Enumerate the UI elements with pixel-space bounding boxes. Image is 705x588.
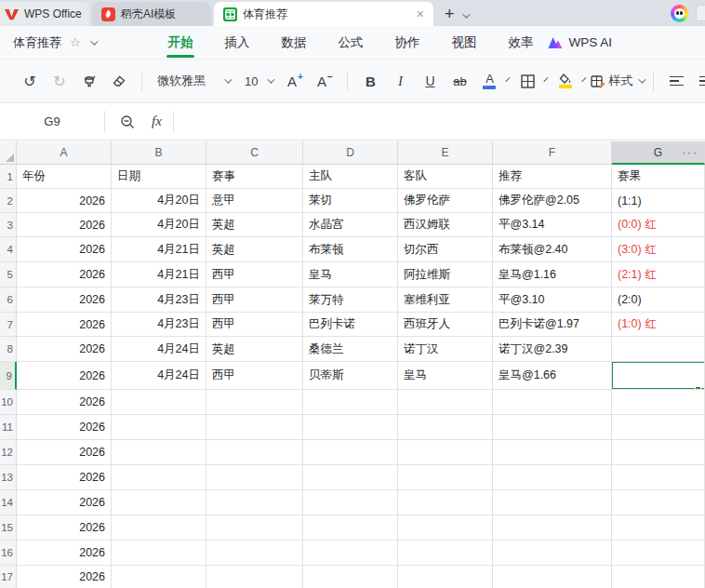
column-header-F[interactable]: F [493, 141, 612, 165]
chevron-down-icon[interactable] [544, 77, 549, 82]
increase-font-button[interactable]: A+ [282, 67, 308, 95]
italic-button[interactable]: I [387, 67, 413, 95]
cell[interactable]: 2026 [17, 362, 112, 390]
cell[interactable]: 巴列卡诺@1.97 [493, 313, 612, 337]
align-left-button[interactable] [663, 67, 689, 95]
row-header-12[interactable]: 12 [0, 440, 17, 465]
cell[interactable]: 2026 [17, 465, 112, 490]
cell[interactable] [112, 515, 206, 541]
cell[interactable]: 日期 [112, 165, 206, 189]
tab-wps-office[interactable]: WPS Office [0, 2, 89, 26]
cell[interactable]: 西甲 [206, 262, 303, 287]
cell[interactable]: 4月20日 [112, 189, 206, 213]
cell[interactable]: 2026 [17, 541, 112, 566]
cell[interactable] [612, 390, 705, 415]
cell[interactable]: 平@3.10 [493, 287, 612, 313]
cell[interactable]: (2:1) 红 [612, 262, 705, 287]
menu-tab-开始[interactable]: 开始 [166, 26, 194, 60]
cell[interactable] [206, 566, 303, 588]
cell[interactable]: 2026 [17, 566, 112, 588]
cell[interactable] [612, 515, 705, 541]
cell[interactable] [493, 415, 612, 440]
cell[interactable] [493, 566, 612, 588]
cell[interactable] [206, 490, 303, 515]
fill-color-button[interactable] [552, 67, 579, 95]
undo-button[interactable]: ↺ [17, 67, 43, 95]
cell[interactable]: 佛罗伦萨 [398, 189, 493, 213]
cell[interactable] [206, 465, 303, 490]
cell[interactable] [493, 465, 612, 490]
chevron-down-icon[interactable] [582, 77, 587, 82]
cell[interactable] [303, 566, 398, 588]
chevron-down-icon[interactable] [506, 77, 511, 82]
cell[interactable]: 皇马@1.16 [493, 262, 612, 287]
cell[interactable]: 塞维利亚 [398, 287, 493, 313]
cell[interactable]: 贝蒂斯 [303, 362, 398, 390]
row-header-4[interactable]: 4 [0, 237, 17, 262]
cell[interactable]: 2026 [17, 213, 112, 237]
row-header-10[interactable]: 10 [0, 390, 17, 415]
strikethrough-button[interactable]: ab [446, 67, 472, 95]
cell[interactable]: (1:1) [612, 189, 705, 213]
cell[interactable] [493, 440, 612, 465]
cell[interactable]: 佛罗伦萨@2.05 [493, 189, 612, 213]
cell[interactable] [303, 415, 398, 440]
cell[interactable]: 西甲 [206, 313, 303, 337]
cell[interactable]: (3:0) 红 [612, 237, 705, 262]
row-header-8[interactable]: 8 [0, 337, 17, 362]
favorite-star-icon[interactable]: ☆ [70, 35, 81, 49]
cell[interactable]: 年份 [17, 165, 112, 189]
row-header-1[interactable]: 1 [0, 165, 17, 189]
cell[interactable]: 阿拉维斯 [398, 262, 493, 287]
cell[interactable]: 诺丁汉@2.39 [493, 337, 612, 362]
cell[interactable] [112, 390, 206, 415]
row-header-11[interactable]: 11 [0, 415, 17, 440]
cell[interactable]: 西汉姆联 [398, 213, 493, 237]
cell[interactable]: 水晶宫 [303, 213, 398, 237]
cell[interactable]: 2026 [17, 262, 112, 287]
cell[interactable]: 平@3.14 [493, 213, 612, 237]
cell[interactable] [398, 465, 493, 490]
cell[interactable]: 西甲 [206, 287, 303, 313]
cell[interactable] [303, 440, 398, 465]
cell[interactable] [398, 390, 493, 415]
cell[interactable]: 莱切 [303, 189, 398, 213]
cell[interactable] [112, 415, 206, 440]
window-控件-partial-icon[interactable] [696, 5, 705, 21]
bold-button[interactable]: B [357, 67, 383, 95]
cell[interactable] [612, 440, 705, 465]
row-header-17[interactable]: 17 [0, 566, 17, 588]
eraser-button[interactable] [106, 67, 132, 95]
cell[interactable] [612, 541, 705, 566]
row-header-6[interactable]: 6 [0, 287, 17, 313]
cell[interactable]: 4月23日 [112, 313, 206, 337]
cell[interactable]: 英超 [206, 213, 303, 237]
row-header-15[interactable]: 15 [0, 515, 17, 541]
row-header-16[interactable]: 16 [0, 541, 17, 566]
cell[interactable]: 2026 [17, 490, 112, 515]
tab-list-chevron-icon[interactable] [462, 10, 470, 18]
cell[interactable]: 2026 [17, 337, 112, 362]
underline-button[interactable]: U [417, 67, 443, 95]
column-header-E[interactable]: E [398, 141, 493, 165]
search-button[interactable] [114, 108, 140, 136]
cell[interactable]: 4月20日 [112, 213, 206, 237]
cell[interactable] [206, 515, 303, 541]
cell[interactable]: 巴列卡诺 [303, 313, 398, 337]
tab-document-active[interactable]: 体育推荐 × [214, 2, 433, 26]
menu-tab-视图[interactable]: 视图 [449, 26, 478, 60]
cell[interactable] [493, 490, 612, 515]
cell[interactable] [493, 390, 612, 415]
select-all-corner[interactable] [0, 141, 17, 165]
cell[interactable]: 桑德兰 [303, 337, 398, 362]
format-painter-button[interactable] [76, 67, 102, 95]
menu-tab-插入[interactable]: 插入 [222, 26, 251, 60]
cell[interactable]: 皇马 [303, 262, 398, 287]
cell[interactable] [112, 440, 206, 465]
cell[interactable] [398, 490, 493, 515]
cell[interactable] [112, 566, 206, 588]
cell[interactable] [303, 515, 398, 541]
cell[interactable] [612, 566, 705, 588]
cell[interactable] [398, 566, 493, 588]
cell[interactable]: (0:0) 红 [612, 213, 705, 237]
